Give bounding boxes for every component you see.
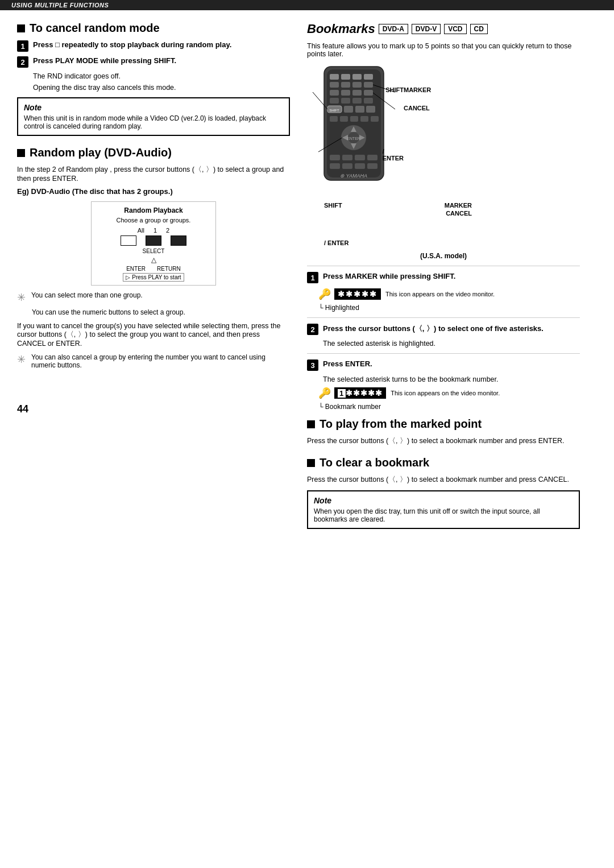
svg-rect-36 <box>342 155 352 160</box>
svg-rect-17 <box>364 98 373 104</box>
title-bullet-4 <box>307 459 315 467</box>
badge-dvda: DVD-A <box>379 24 408 34</box>
tip-icon-1: ✳ <box>17 291 26 304</box>
svg-rect-25 <box>350 116 358 122</box>
step2-body2: Opening the disc tray also cancels this … <box>33 84 290 92</box>
svg-rect-42 <box>367 163 377 169</box>
step2-number: 2 <box>17 56 28 68</box>
tip3: ✳ You can also cancel a group by enterin… <box>17 353 290 369</box>
play-marked-title: To play from the marked point <box>307 418 580 431</box>
step1-text: Press □ repeatedly to stop playback duri… <box>33 40 231 49</box>
key-icon-3: 🔑 <box>318 387 331 399</box>
bm-step2-text: Press the cursor buttons (〈, 〉) to selec… <box>323 324 544 334</box>
clear-bookmark: To clear a bookmark Press the cursor but… <box>307 456 580 529</box>
bookmarks-header: Bookmarks DVD-A DVD-V VCD CD <box>307 22 580 36</box>
tip-icon-3: ✳ <box>17 353 26 366</box>
remote-diagram: SHIFT <box>307 64 580 196</box>
bm-step3-icon-desc: This icon appears on the video monitor. <box>391 390 500 396</box>
cancel-random-title: To cancel random mode <box>17 22 290 35</box>
divider-2 <box>307 317 580 318</box>
header-text: USING MULTIPLE FUNCTIONS <box>11 2 109 9</box>
step2-text: Press PLAY MODE while pressing SHIFT. <box>33 56 176 65</box>
bm-step3-num: 3 <box>307 359 318 371</box>
dvd-audio-intro: In the step 2 of Random play , press the… <box>17 165 290 183</box>
svg-rect-27 <box>371 116 379 122</box>
note-title-2: Note <box>314 496 573 505</box>
svg-text:⊛ YAMAHA: ⊛ YAMAHA <box>340 173 367 179</box>
title-bullet-3 <box>307 420 315 428</box>
tip2: You can use the numeric buttons to selec… <box>17 308 290 316</box>
bm-step2: 2 Press the cursor buttons (〈, 〉) to sel… <box>307 324 580 335</box>
badge-vcd: VCD <box>444 24 466 34</box>
remote-svg-image: SHIFT <box>307 64 401 195</box>
svg-rect-23 <box>330 116 338 122</box>
remote-with-labels: SHIFT MARKER CANCEL / ENTER <box>324 202 580 246</box>
bm-step3-bm-label: └ Bookmark number <box>318 403 580 411</box>
title-bullet <box>17 24 25 32</box>
svg-rect-7 <box>341 82 350 88</box>
diag-row1: All 1 2 <box>98 227 209 234</box>
svg-rect-13 <box>364 90 373 96</box>
label-enter: / ENTER <box>383 148 404 162</box>
bm-step1-num: 1 <box>307 272 318 283</box>
step2-block: 2 Press PLAY MODE while pressing SHIFT. <box>17 56 290 68</box>
svg-rect-40 <box>342 163 352 169</box>
tip1: ✳ You can select more than one group. <box>17 291 290 304</box>
enter-label-inline: / ENTER <box>324 239 472 246</box>
asterisk-display-3: 1 ✱✱✱✱✱ <box>334 387 386 399</box>
bm-step1: 1 Press MARKER while pressing SHIFT. <box>307 272 580 283</box>
shift-label-inline: SHIFT <box>324 202 342 209</box>
eg-title: Eg) DVD-Audio (The disc that has 2 group… <box>17 187 290 196</box>
svg-rect-5 <box>364 74 373 80</box>
svg-rect-41 <box>355 163 365 169</box>
cancel-label-inline: CANCEL <box>446 210 472 217</box>
bm-step1-text: Press MARKER while pressing SHIFT. <box>323 272 455 280</box>
bm-step1-highlighted: └ Highlighted <box>318 304 580 312</box>
clear-bm-title: To clear a bookmark <box>307 456 580 469</box>
play-from-marked: To play from the marked point Press the … <box>307 418 580 446</box>
label-shift: SHIFT <box>385 86 404 93</box>
svg-rect-35 <box>330 155 340 160</box>
svg-rect-37 <box>355 155 365 160</box>
svg-rect-10 <box>330 90 339 96</box>
bm-step2-body: The selected asterisk is highlighted. <box>323 340 580 348</box>
svg-rect-8 <box>352 82 362 88</box>
asterisk-display-1: ✱✱✱✱✱ <box>334 288 381 300</box>
page-header: USING MULTIPLE FUNCTIONS <box>0 0 614 10</box>
note-box-2: Note When you open the disc tray, turn t… <box>307 490 580 529</box>
svg-text:SHIFT: SHIFT <box>329 109 339 112</box>
diag-boxes <box>98 235 209 246</box>
bookmarks-intro: This feature allows you to mark up to 5 … <box>307 42 580 58</box>
svg-rect-12 <box>352 90 362 96</box>
play-marked-body: Press the cursor buttons (〈, 〉) to selec… <box>307 436 580 446</box>
step1-number: 1 <box>17 40 28 52</box>
remote-svg: SHIFT <box>307 64 404 196</box>
label-marker: MARKER <box>404 86 431 93</box>
divider-3 <box>307 353 580 354</box>
diag-play-label: ▷ Press PLAY to start <box>98 274 209 280</box>
bm-step3-icon-area: 🔑 1 ✱✱✱✱✱ This icon appears on the video… <box>318 387 580 399</box>
dvd-audio-body: If you want to cancel the group(s) you h… <box>17 322 290 348</box>
page-number: 44 <box>17 403 290 415</box>
dvd-audio-title: Random play (DVD-Audio) <box>17 146 290 159</box>
svg-rect-3 <box>341 74 350 80</box>
svg-rect-4 <box>352 74 362 80</box>
svg-rect-14 <box>330 98 339 104</box>
svg-rect-38 <box>367 155 377 160</box>
svg-rect-22 <box>366 106 375 113</box>
note-box-1: Note When this unit is in random mode wh… <box>17 97 290 136</box>
svg-rect-9 <box>364 82 373 88</box>
right-column: Bookmarks DVD-A DVD-V VCD CD This featur… <box>307 22 580 539</box>
svg-rect-39 <box>330 163 340 169</box>
bm-step2-num: 2 <box>307 324 318 335</box>
dvd-audio-diagram: Random Playback Choose a group or groups… <box>91 201 216 286</box>
clear-bm-body: Press the cursor buttons (〈, 〉) to selec… <box>307 475 580 485</box>
svg-rect-20 <box>344 106 353 113</box>
bm-step1-icon-area: 🔑 ✱✱✱✱✱ This icon appears on the video m… <box>318 288 580 300</box>
cancel-random-section: To cancel random mode 1 Press □ repeated… <box>17 22 290 136</box>
note-text-1: When this unit is in random mode while a… <box>24 114 283 130</box>
divider-1 <box>307 266 580 266</box>
diag-title: Random Playback <box>98 206 209 214</box>
diag-arrows: △ <box>98 256 209 264</box>
left-column: To cancel random mode 1 Press □ repeated… <box>17 22 290 539</box>
